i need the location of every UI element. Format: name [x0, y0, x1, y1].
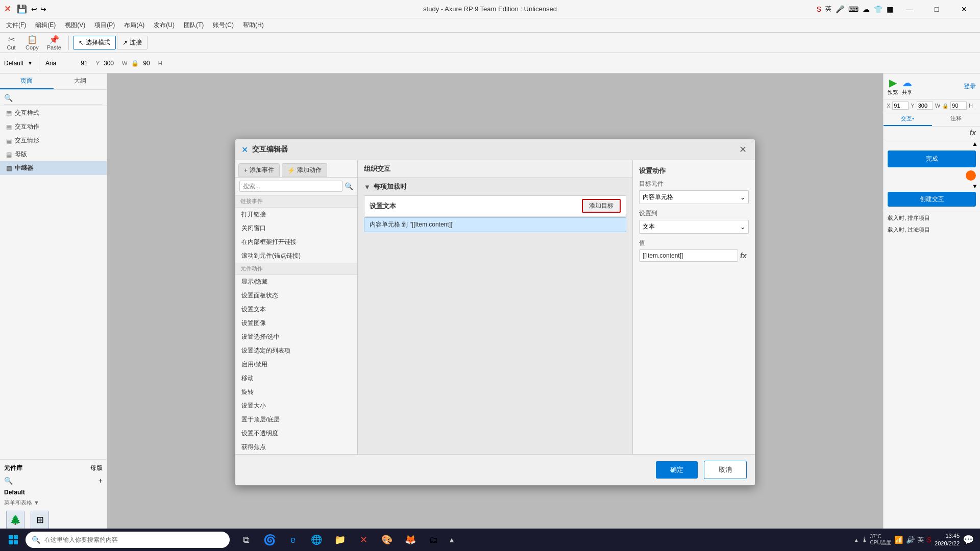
dialog-search-input[interactable] — [239, 181, 342, 192]
value-input[interactable] — [639, 249, 738, 262]
menu-project[interactable]: 项目(P) — [90, 19, 119, 31]
login-btn[interactable]: 登录 — [964, 82, 976, 91]
taskbar-app-4[interactable]: 📁 — [329, 531, 351, 549]
cloud-icon[interactable]: ☁ — [863, 5, 870, 13]
app-icons: ✕ 💾 ↩ ↪ — [4, 4, 46, 14]
taskbar-clock[interactable]: 13:45 2020/2/22 — [935, 532, 960, 548]
page-item-interaction-form[interactable]: ▤ 交互情形 — [0, 134, 107, 147]
fx-icon-right[interactable]: fx — [970, 129, 976, 137]
cursor-icon: ↖ — [79, 39, 84, 46]
rotate-item[interactable]: 旋转 — [235, 385, 357, 399]
taskbar-app-8[interactable]: 🗂 — [423, 531, 445, 549]
taskbar-app-2[interactable]: e — [282, 531, 304, 549]
tab-outline[interactable]: 大纲 — [54, 73, 107, 89]
focus-item[interactable]: 获得焦点 — [235, 440, 357, 454]
y-input[interactable] — [917, 102, 933, 110]
connect-btn[interactable]: ↗ 连接 — [117, 36, 148, 49]
set-text-item[interactable]: 设置文本 — [235, 303, 357, 316]
scroll-down-icon[interactable]: ▼ — [972, 183, 978, 190]
create-interaction-button[interactable]: 创建交互 — [888, 192, 976, 207]
taskbar-app-3[interactable]: 🌐 — [305, 531, 328, 549]
set-image-item[interactable]: 设置图像 — [235, 316, 357, 330]
select-mode-btn[interactable]: ↖ 选择模式 — [73, 36, 116, 49]
show-hide-item[interactable]: 显示/隐藏 — [235, 275, 357, 289]
add-target-button[interactable]: 添加目标 — [582, 199, 621, 213]
taskbar-app-6[interactable]: 🎨 — [376, 531, 398, 549]
window-controls: S 英 🎤 ⌨ ☁ 👕 ▦ — □ ✕ — [817, 0, 976, 18]
mic-icon[interactable]: 🎤 — [836, 5, 844, 13]
action-row[interactable]: 设置文本 添加目标 — [364, 195, 626, 216]
w-input[interactable] — [950, 102, 967, 110]
confirm-button[interactable]: 确定 — [656, 461, 698, 479]
page-item-repeater[interactable]: ▤ 中继器 — [0, 161, 107, 175]
dialog-search-icon[interactable]: 🔍 — [345, 182, 353, 190]
taskbar-scroll-arrow[interactable]: ▲ — [448, 536, 455, 544]
keyboard-icon[interactable]: ⌨ — [848, 5, 859, 13]
target-element-select[interactable]: 内容单元格 ⌄ — [639, 190, 749, 204]
dialog-close-button[interactable]: ✕ — [737, 143, 749, 156]
menu-view[interactable]: 视图(V) — [61, 19, 89, 31]
set-to-select[interactable]: 文本 ⌄ — [639, 220, 749, 234]
share-btn[interactable]: ☁ 共享 — [902, 77, 912, 96]
interact-tab[interactable]: 交互▪ — [884, 112, 932, 126]
x-input[interactable] — [892, 102, 909, 110]
taskbar-app-1[interactable]: 🌀 — [258, 531, 281, 549]
fx-button[interactable]: fx — [738, 249, 749, 262]
close-window-item[interactable]: 关闭窗口 — [235, 221, 357, 235]
redo-icon[interactable]: ↪ — [40, 5, 46, 13]
open-link-item[interactable]: 打开链接 — [235, 208, 357, 221]
menu-edit[interactable]: 编辑(E) — [31, 19, 60, 31]
menu-help[interactable]: 帮助(H) — [239, 19, 268, 31]
add-component-icon[interactable]: + — [99, 477, 103, 485]
set-selection-item[interactable]: 设置选择/选中 — [235, 330, 357, 344]
set-panel-state-item[interactable]: 设置面板状态 — [235, 289, 357, 303]
sort-items-item[interactable]: 载入时, 排序项目 — [884, 212, 980, 224]
scroll-up-icon[interactable]: ▲ — [972, 140, 978, 147]
bring-to-front-item[interactable]: 置于顶层/底层 — [235, 413, 357, 427]
set-list-item[interactable]: 设置选定的列表项 — [235, 344, 357, 358]
set-opacity-item[interactable]: 设置不透明度 — [235, 427, 357, 440]
component-search-icon[interactable]: 🔍 — [4, 477, 13, 485]
arrow-up-icon[interactable]: ▲ — [854, 537, 859, 543]
menu-layout[interactable]: 布局(A) — [120, 19, 149, 31]
enable-disable-item[interactable]: 启用/禁用 — [235, 358, 357, 371]
taskbar-app-7[interactable]: 🦊 — [399, 531, 422, 549]
page-item-interaction-style[interactable]: ▤ 交互样式 — [0, 106, 107, 120]
menu-account[interactable]: 账号(C) — [209, 19, 238, 31]
menu-team[interactable]: 团队(T) — [180, 19, 208, 31]
close-button[interactable]: ✕ — [952, 0, 976, 18]
cut-button[interactable]: ✂ Cut — [2, 34, 20, 52]
preview-btn[interactable]: ▶ 预览 — [888, 77, 898, 96]
search-icon[interactable]: 🔍 — [4, 94, 13, 102]
cancel-button[interactable]: 取消 — [704, 461, 747, 479]
tab-pages[interactable]: 页面 — [0, 73, 54, 89]
add-action-tab[interactable]: ⚡ 添加动作 — [282, 163, 327, 177]
sub-action-row[interactable]: 内容单元格 到 "[[Item.content]]" — [364, 217, 626, 232]
notes-tab[interactable]: 注释 — [932, 112, 981, 126]
menu-publish[interactable]: 发布(U) — [150, 19, 179, 31]
volume-icon[interactable]: 🔊 — [906, 536, 915, 544]
save-icon[interactable]: 💾 — [17, 4, 27, 14]
complete-button[interactable]: 完成 — [888, 151, 976, 167]
start-button[interactable] — [2, 531, 24, 549]
open-in-frame-item[interactable]: 在内部框架打开链接 — [235, 235, 357, 249]
add-event-tab[interactable]: + 添加事件 — [238, 163, 280, 177]
notification-icon[interactable]: 💬 — [963, 534, 974, 545]
scroll-to-item[interactable]: 滚动到元件(锚点链接) — [235, 249, 357, 263]
undo-icon[interactable]: ↩ — [31, 5, 37, 13]
copy-button[interactable]: 📋 Copy — [22, 34, 42, 52]
page-item-masters[interactable]: ▤ 母版 — [0, 147, 107, 161]
move-item[interactable]: 移动 — [235, 371, 357, 385]
menu-file[interactable]: 文件(F) — [2, 19, 30, 31]
maximize-button[interactable]: □ — [925, 0, 948, 18]
masters-tab-label[interactable]: 母版 — [90, 464, 103, 472]
filter-items-item[interactable]: 载入时, 过滤项目 — [884, 224, 980, 236]
taskbar-taskview[interactable]: ⧉ — [235, 531, 257, 549]
set-size-item[interactable]: 设置大小 — [235, 399, 357, 413]
minimize-button[interactable]: — — [897, 0, 921, 18]
page-item-interaction-action[interactable]: ▤ 交互动作 — [0, 120, 107, 134]
taskbar-search[interactable]: 🔍 在这里输入你要搜索的内容 — [26, 532, 230, 548]
taskbar-app-5[interactable]: ✕ — [352, 531, 375, 549]
paste-button[interactable]: 📌 Paste — [44, 34, 64, 52]
style-dropdown-icon[interactable]: ▼ — [28, 60, 33, 66]
